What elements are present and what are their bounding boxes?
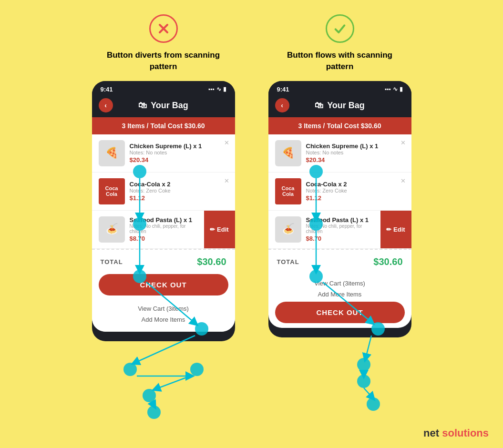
comparison-container: Button diverts from scanning pattern 9:4… bbox=[10, 14, 493, 341]
bad-cart-item: 🍕 Chicken Supreme (L) x 1 Notes: No note… bbox=[92, 134, 235, 173]
bad-item-img-3: 🍝 bbox=[99, 216, 125, 243]
bad-panel: Button diverts from scanning pattern 9:4… bbox=[90, 14, 237, 341]
svg-point-6 bbox=[143, 389, 156, 402]
good-item-details-3: Seafood Pasta (L) x 1 Notes: No chili, p… bbox=[306, 216, 373, 242]
bad-item-close-2[interactable]: ✕ bbox=[224, 177, 229, 184]
good-status-icons: ▪▪▪ ∿ ▮ bbox=[385, 86, 403, 92]
good-view-cart-link[interactable]: View Cart (3items) bbox=[275, 278, 405, 289]
good-checkout-button[interactable]: CHECK OUT bbox=[275, 302, 405, 323]
good-wifi-icon: ∿ bbox=[393, 86, 398, 92]
bad-item-details-2: Coca-Cola x 2 Notes: Zero Coke $1.12 bbox=[130, 181, 228, 202]
bad-status-icons: ▪▪▪ ∿ ▮ bbox=[208, 86, 226, 92]
svg-point-4 bbox=[123, 363, 137, 376]
bad-checkout-button[interactable]: CHECK OUT bbox=[99, 274, 228, 295]
good-edit-button[interactable]: ✏ Edit bbox=[380, 211, 411, 248]
good-cost-bar: 3 Items / Total Cost $30.60 bbox=[268, 117, 411, 134]
good-signal-icon: ▪▪▪ bbox=[385, 86, 391, 92]
good-total-section: TOTAL $30.60 bbox=[268, 249, 411, 274]
bag-icon: 🛍 bbox=[138, 101, 147, 111]
good-status-bar: 9:41 ▪▪▪ ∿ ▮ bbox=[268, 81, 411, 96]
bad-item-img-1: 🍕 bbox=[99, 140, 125, 166]
bad-phone-header: ‹ 🛍 Your Bag bbox=[92, 96, 235, 117]
good-battery-icon: ▮ bbox=[400, 86, 403, 92]
bad-bottom-links: View Cart (3items) Add More Items bbox=[92, 300, 235, 332]
good-cart-item-2: CocaCola Coca-Cola x 2 Notes: Zero Coke … bbox=[268, 173, 411, 211]
bad-item-img-2: CocaCola bbox=[99, 178, 125, 204]
svg-point-21 bbox=[367, 397, 380, 411]
bad-item-details-3: Seafood Pasta (L) x 1 Notes: No chili, p… bbox=[130, 216, 197, 242]
good-item-close-1[interactable]: ✕ bbox=[400, 139, 406, 146]
signal-icon: ▪▪▪ bbox=[208, 86, 215, 92]
good-cart-item-3: 🍝 Seafood Pasta (L) x 1 Notes: No chili,… bbox=[268, 211, 411, 249]
bad-phone: 9:41 ▪▪▪ ∿ ▮ ‹ 🛍 Your Bag bbox=[92, 81, 235, 341]
good-item-img-2: CocaCola bbox=[275, 178, 301, 204]
bad-cart-items: 🍕 Chicken Supreme (L) x 1 Notes: No note… bbox=[92, 134, 235, 249]
good-item-img-3: 🍝 bbox=[275, 216, 301, 243]
good-back-button[interactable]: ‹ bbox=[275, 98, 289, 112]
bad-phone-wrapper: 9:41 ▪▪▪ ∿ ▮ ‹ 🛍 Your Bag bbox=[92, 81, 235, 341]
bad-edit-button[interactable]: ✏ Edit bbox=[204, 211, 235, 248]
svg-point-5 bbox=[190, 363, 204, 376]
good-header-title: 🛍 Your Bag bbox=[315, 101, 365, 111]
good-phone: 9:41 ▪▪▪ ∿ ▮ ‹ 🛍 Your Bag bbox=[268, 81, 411, 337]
good-item-details-1: Chicken Supreme (L) x 1 Notes: No notes … bbox=[306, 143, 405, 163]
bad-item-details-1: Chicken Supreme (L) x 1 Notes: No notes … bbox=[130, 143, 228, 163]
bad-panel-label: Button diverts from scanning pattern bbox=[97, 50, 230, 72]
brand-logo: net solutions bbox=[423, 427, 489, 439]
bad-badge-icon bbox=[149, 14, 178, 43]
good-item-close-2[interactable]: ✕ bbox=[400, 177, 406, 184]
bad-add-more-link[interactable]: Add More Items bbox=[99, 314, 228, 325]
good-item-img-1: 🍕 bbox=[275, 140, 301, 166]
bad-cost-bar: 3 Items / Total Cost $30.60 bbox=[92, 117, 235, 134]
svg-point-7 bbox=[147, 406, 161, 419]
good-phone-header: ‹ 🛍 Your Bag bbox=[268, 96, 411, 117]
good-add-more-link[interactable]: Add More Items bbox=[275, 289, 405, 300]
good-bottom-links: View Cart (3items) Add More Items bbox=[268, 274, 411, 302]
svg-line-25 bbox=[366, 336, 371, 358]
svg-line-27 bbox=[364, 388, 372, 397]
svg-line-13 bbox=[156, 376, 190, 389]
bad-cart-item-2: CocaCola Coca-Cola x 2 Notes: Zero Coke … bbox=[92, 173, 235, 211]
good-panel: Button flows with scanning pattern 9:41 … bbox=[266, 14, 414, 337]
svg-point-20 bbox=[357, 375, 370, 388]
good-bag-icon: 🛍 bbox=[315, 101, 323, 111]
bad-back-button[interactable]: ‹ bbox=[99, 98, 113, 112]
svg-point-19 bbox=[357, 358, 370, 371]
good-badge-icon bbox=[326, 14, 354, 43]
good-phone-content: 🍕 Chicken Supreme (L) x 1 Notes: No note… bbox=[268, 134, 411, 328]
battery-icon: ▮ bbox=[223, 86, 226, 92]
good-item-details-2: Coca-Cola x 2 Notes: Zero Coke $1.12 bbox=[306, 181, 405, 202]
bad-status-bar: 9:41 ▪▪▪ ∿ ▮ bbox=[92, 81, 235, 96]
bad-header-title: 🛍 Your Bag bbox=[138, 101, 188, 111]
bad-phone-content: 🍕 Chicken Supreme (L) x 1 Notes: No note… bbox=[92, 134, 235, 332]
bad-cart-item-3: 🍝 Seafood Pasta (L) x 1 Notes: No chili,… bbox=[92, 211, 235, 249]
good-panel-label: Button flows with scanning pattern bbox=[273, 50, 407, 72]
bad-total-section: TOTAL $30.60 bbox=[92, 249, 235, 274]
bad-item-close-1[interactable]: ✕ bbox=[224, 139, 229, 146]
brand-colored: solutions bbox=[442, 427, 489, 439]
bad-view-cart-link[interactable]: View Cart (3items) bbox=[99, 303, 228, 314]
good-status-time: 9:41 bbox=[277, 86, 289, 93]
good-cart-item-1: 🍕 Chicken Supreme (L) x 1 Notes: No note… bbox=[268, 134, 411, 173]
wifi-icon: ∿ bbox=[216, 86, 221, 92]
svg-line-14 bbox=[152, 402, 154, 406]
good-phone-wrapper: 9:41 ▪▪▪ ∿ ▮ ‹ 🛍 Your Bag bbox=[268, 81, 411, 337]
good-cart-items: 🍕 Chicken Supreme (L) x 1 Notes: No note… bbox=[268, 134, 411, 249]
bad-status-time: 9:41 bbox=[101, 86, 113, 93]
